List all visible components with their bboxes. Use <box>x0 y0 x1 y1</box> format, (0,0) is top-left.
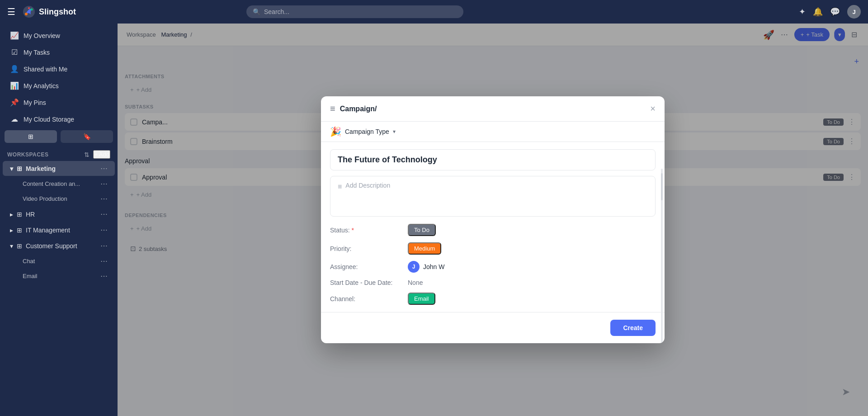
status-badge[interactable]: To Do <box>408 224 436 236</box>
sub-item-label: Content Creation an... <box>23 180 80 187</box>
priority-label: Priority: <box>330 245 402 252</box>
sidebar-item-label: My Analytics <box>24 82 59 90</box>
bookmark-tab[interactable]: 🔖 <box>61 130 113 143</box>
hamburger-icon[interactable]: ☰ <box>7 6 15 17</box>
analytics-icon: 📊 <box>10 81 19 90</box>
workspace-it-layers-icon: ⊞ <box>17 227 22 234</box>
app-logo[interactable]: Slingshot <box>23 5 76 18</box>
campaign-type-icon: 🎉 <box>330 126 341 137</box>
search-icon: 🔍 <box>253 8 260 15</box>
shared-icon: 👤 <box>10 65 19 73</box>
task-title-input[interactable] <box>330 149 656 170</box>
sidebar-item-my-tasks[interactable]: ☑ My Tasks <box>3 44 115 60</box>
workspace-hr-layers-icon: ⊞ <box>17 211 22 218</box>
main-layout: 📈 My Overview ☑ My Tasks 👤 Shared with M… <box>0 24 868 416</box>
workspace-it-label: IT Management <box>26 227 70 234</box>
workspace-it-menu[interactable]: ⋯ <box>100 226 108 234</box>
workspace-marketing-right: ⋯ <box>100 164 108 173</box>
chat-bubble-icon[interactable]: 💬 <box>830 7 840 17</box>
date-value[interactable]: None <box>408 279 423 286</box>
campaign-type-selector[interactable]: 🎉 Campaign Type ▾ <box>321 122 665 142</box>
topbar: ☰ Slingshot 🔍 ✦ 🔔 💬 J <box>0 0 868 24</box>
description-area[interactable]: ≡ Add Description <box>330 176 656 217</box>
topbar-actions: ✦ 🔔 💬 J <box>799 5 861 19</box>
cloud-icon: ☁ <box>10 115 19 123</box>
modal-scroll-bar <box>661 169 663 343</box>
sparkle-icon[interactable]: ✦ <box>799 7 806 17</box>
workspace-marketing[interactable]: ▾ ⊞ Marketing ⋯ <box>3 161 115 176</box>
workspace-hr-label: HR <box>26 211 35 218</box>
modal-fields: Status: To Do Priority: Medium Assignee:… <box>330 224 656 305</box>
bell-icon[interactable]: 🔔 <box>813 7 823 17</box>
pins-icon: 📌 <box>10 98 19 107</box>
sort-workspaces-button[interactable]: ⇅ <box>84 151 90 158</box>
sidebar-item-label: Shared with Me <box>24 66 67 73</box>
sub-item-content-creation-menu[interactable]: ⋯ <box>100 180 108 188</box>
sub-item-content-creation[interactable]: Content Creation an... ⋯ <box>3 177 115 191</box>
sidebar-item-my-pins[interactable]: 📌 My Pins <box>3 95 115 110</box>
channel-badge[interactable]: Email <box>408 293 435 305</box>
sub-item-chat[interactable]: Chat ⋯ <box>3 254 115 268</box>
assignee-label: Assignee: <box>330 263 402 270</box>
status-field: Status: To Do <box>330 224 656 236</box>
workspaces-header: Workspaces ⇅ + Add <box>0 146 118 161</box>
search-bar: 🔍 <box>246 5 463 18</box>
date-label: Start Date - Due Date: <box>330 279 402 286</box>
create-button[interactable]: Create <box>610 320 656 336</box>
modal-footer: Create <box>321 312 665 343</box>
layers-icon: ⊞ <box>28 133 33 140</box>
sub-item-video-production[interactable]: Video Production ⋯ <box>3 192 115 206</box>
workspace-customer-support[interactable]: ▾ ⊞ Customer Support ⋯ <box>3 238 115 253</box>
priority-field: Priority: Medium <box>330 242 656 255</box>
workspace-hr-left: ▸ ⊞ HR <box>10 211 35 218</box>
workspace-it-expand-icon: ▸ <box>10 227 13 234</box>
search-input[interactable] <box>264 8 457 15</box>
workspace-marketing-left: ▾ ⊞ Marketing <box>10 165 56 172</box>
assignee-row[interactable]: J John W <box>408 261 444 273</box>
description-icon: ≡ <box>338 183 342 191</box>
sidebar-item-my-overview[interactable]: 📈 My Overview <box>3 28 115 43</box>
modal-scroll-thumb <box>661 173 663 200</box>
status-label: Status: <box>330 227 402 234</box>
workspace-hr[interactable]: ▸ ⊞ HR ⋯ <box>3 207 115 222</box>
workspace-marketing-label: Marketing <box>26 165 56 172</box>
workspace-tabs: ⊞ 🔖 <box>0 128 118 146</box>
logo-icon <box>23 5 35 18</box>
sub-item-video-production-menu[interactable]: ⋯ <box>100 194 108 203</box>
assignee-avatar: J <box>408 261 420 273</box>
content-area: Workspace Marketing / 🚀 ⋯ + + Task ▾ ⊟ <box>118 24 868 416</box>
sidebar-item-my-analytics[interactable]: 📊 My Analytics <box>3 78 115 94</box>
workspace-cs-label: Customer Support <box>26 242 77 250</box>
workspace-hr-menu[interactable]: ⋯ <box>100 210 108 218</box>
assignee-field: Assignee: J John W <box>330 261 656 273</box>
bookmark-icon: 🔖 <box>83 133 91 140</box>
sub-item-chat-menu[interactable]: ⋯ <box>100 257 108 265</box>
channel-field: Channel: Email <box>330 293 656 305</box>
workspace-layers-icon: ⊞ <box>17 165 22 172</box>
campaign-type-label: Campaign Type <box>345 128 389 135</box>
layers-tab[interactable]: ⊞ <box>5 130 57 143</box>
sub-item-email-cs[interactable]: Email ⋯ <box>3 269 115 283</box>
workspace-cs-menu[interactable]: ⋯ <box>100 241 108 250</box>
priority-badge[interactable]: Medium <box>408 242 441 255</box>
sub-item-email-cs-menu[interactable]: ⋯ <box>100 272 108 280</box>
modal-header: ≡ Campaign/ × <box>321 96 665 122</box>
sidebar-item-label: My Overview <box>24 32 60 39</box>
workspace-expand-icon: ▾ <box>10 165 13 172</box>
sidebar-item-my-cloud-storage[interactable]: ☁ My Cloud Storage <box>3 111 115 127</box>
svg-point-3 <box>28 7 30 9</box>
modal-close-button[interactable]: × <box>650 104 656 114</box>
workspace-it-left: ▸ ⊞ IT Management <box>10 227 70 234</box>
modal-title: Campaign/ <box>340 105 377 113</box>
sub-item-label: Email <box>23 273 38 279</box>
workspaces-label: Workspaces <box>7 151 48 158</box>
add-workspace-button[interactable]: + Add <box>93 150 110 159</box>
workspace-marketing-menu[interactable]: ⋯ <box>100 164 108 173</box>
sidebar-item-shared-with-me[interactable]: 👤 Shared with Me <box>3 61 115 77</box>
sidebar-item-label: My Pins <box>24 99 46 106</box>
sidebar-item-label: My Tasks <box>24 49 50 56</box>
svg-point-1 <box>25 13 28 15</box>
channel-label: Channel: <box>330 295 402 303</box>
workspace-it-management[interactable]: ▸ ⊞ IT Management ⋯ <box>3 222 115 237</box>
user-avatar[interactable]: J <box>847 5 861 19</box>
